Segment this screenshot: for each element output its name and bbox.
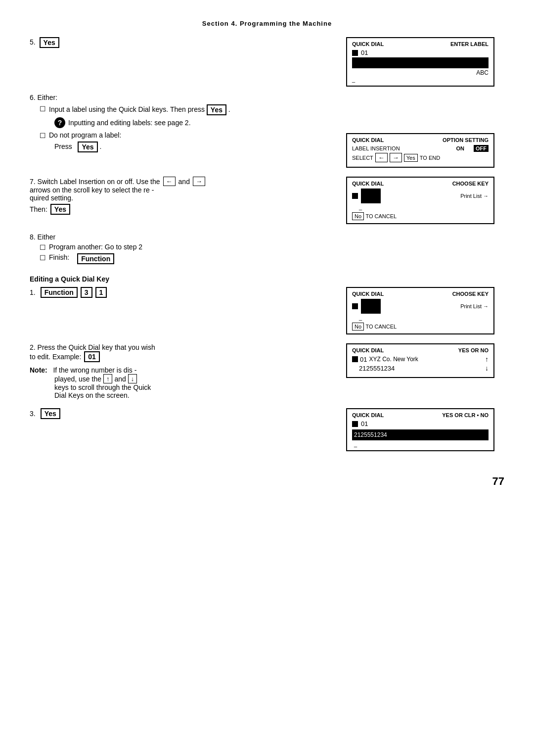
edit-step-3-row: 3. Yes Quick Dial Yes Or Clr • No [30,408,504,451]
step-6-opt1-text: Input a label using the Quick Dial keys.… [49,105,205,113]
step-7-left-arrow: ← [163,177,176,186]
screen3-print-list: Print List → [460,193,489,199]
step-6-press-text: Press [54,142,72,150]
checkbox-icon-3: ☐ [40,243,46,251]
screen5-row2: 2125551234 ↓ [352,364,489,372]
step-7-right-arrow: → [193,177,205,186]
step-5-screen: Quick Dial Enter Label 01 ABC _ [346,37,504,87]
screen1-col1: Quick Dial [352,41,384,47]
screen5-col2: Yes Or No [458,347,489,353]
step-6-screen: Quick Dial Option Setting Label Insertio… [346,133,504,168]
note-text1: If the wrong number is dis - [53,366,136,374]
screen5-down-arrow: ↓ [485,364,489,372]
note-row2: played, use the ↑ and ↓ [54,374,336,383]
screen5-row1-name: XYZ Co. New York [369,356,418,363]
step-7-left: 7. Switch Label Insertion on or off. Use… [30,177,336,215]
edit-step-2-line1: 2. Press the Quick Dial key that you wis… [30,343,336,351]
step-6-opt1-period: . [228,105,230,113]
screen6-col1: Quick Dial [352,412,384,418]
screen4-print-list: Print List → [460,303,489,309]
edit-step-3-label: 3. [30,410,36,418]
step-6-info-text: Inputting and editing labels: see page 2… [68,119,191,127]
screen2-off: Off [474,145,489,152]
step-6-press-key-yes: Yes [78,142,97,152]
step-6-label: 6. Either: [30,94,336,101]
screen3-row1: Print List → [352,189,489,203]
edit-step-2-note: Note: If the wrong number is dis - playe… [30,366,336,399]
step-7-text3: quired setting. [30,194,336,202]
info-circle-icon: ? [54,117,65,128]
step-6-option1-text: Input a label using the Quick Dial keys.… [49,104,230,115]
screen4-row2: No To Cancel [352,323,489,331]
note-label: Note: [30,366,47,374]
edit-step-1-label: 1. [30,288,36,296]
step-6-option1: ☐ Input a label using the Quick Dial key… [40,104,336,152]
edit-step-2-text2: to edit. Example: [30,353,81,361]
screen3-col2: Choose Key [452,181,489,187]
screen5-up-arrow: ↑ [485,355,489,363]
edit-step-2-key-01: 01 [84,351,100,362]
checkbox-icon-1: ☐ [40,105,46,113]
step-5-row: 5. Yes Quick Dial Enter Label 01 ABC _ [30,37,504,87]
note-text2: played, use the [54,375,101,383]
edit-step-1-content: 1. Function 3 1 [30,287,336,298]
step-7-screen: Quick Dial Choose Key Print List → _ No … [346,177,504,224]
screen4-no: No [352,323,364,331]
screen3-black-block [361,189,381,203]
page-header: Section 4. Programming the Machine [30,20,504,27]
step-5-key-yes: Yes [40,37,59,48]
screen2-footer: Select ← → Yes To End [352,153,489,162]
edit-function-key: Function [41,287,78,298]
edit-step-3-left: 3. Yes [30,408,336,419]
screen1-row1: 01 [361,49,368,56]
step-5-left: 5. Yes [30,37,336,48]
screen5-row1: 01 XYZ Co. New York ↑ [352,355,489,363]
screen2-yes: Yes [404,154,418,162]
screen4-col2: Choose Key [452,291,489,297]
screen6-clr: Clr [464,412,476,418]
edit-step-2-row: 2. Press the Quick Dial key that you wis… [30,343,504,399]
main-content: 5. Yes Quick Dial Enter Label 01 ABC _ [30,37,504,460]
step-7-then-label: Then: [30,205,47,213]
step-8-function-key: Function [77,253,114,264]
step-7-text: 7. Switch Label Insertion on or off. Use… [30,178,160,186]
screen6-row2-num: 2125551234 [354,431,387,438]
edit-step-1-screen: Quick Dial Choose Key Print List → _ No … [346,287,504,334]
editing-title: Editing a Quick Dial Key [30,275,504,283]
edit-step-2-screen: Quick Dial Yes Or No 01 XYZ Co. New York… [346,343,504,378]
screen1-col2: Enter Label [450,41,489,47]
step-7-yes-key: Yes [50,204,70,215]
screen1-black-bar [352,57,489,68]
screen1-abc: ABC [352,69,489,76]
step-8-opt1-text: Program another: Go to step 2 [49,243,142,251]
edit-step-3-content: 3. Yes [30,408,336,419]
screen2-to-end: To End [420,155,440,161]
screen5-header: Quick Dial Yes Or No [352,347,489,353]
edit-step-2-left: 2. Press the Quick Dial key that you wis… [30,343,336,399]
screen5-row2-num: 2125551234 [359,365,395,372]
screen6-black-bar: 2125551234 [352,429,489,440]
note-text4: Dial Keys on the screen. [54,391,336,399]
step-6-info: ? Inputting and editing labels: see page… [54,117,336,128]
screen4-indicator [352,303,358,309]
step-6-option2: Do not program a label: [49,131,121,139]
screen2-on: On [454,145,466,152]
step-7-line1: 7. Switch Label Insertion on or off. Use… [30,177,336,186]
screen5-col1: Quick Dial [352,347,384,353]
step-8-left: 8. Either ☐ Program another: Go to step … [30,233,336,266]
note-text3: keys to scroll through the Quick [54,383,336,391]
screen1-indicator [352,50,358,56]
screen3-indicator [352,193,358,199]
screen4-black-block [361,299,381,314]
step-6-press-period: . [100,142,102,150]
step-7-text2: arrows on the scroll key to select the r… [30,186,336,194]
step-5-label: 5. [30,38,36,46]
step-6-row: 6. Either: ☐ Input a label using the Qui… [30,94,504,168]
screen4-col1: Quick Dial [352,291,384,297]
step-8-row: 8. Either ☐ Program another: Go to step … [30,233,504,266]
step-8-label: 8. Either [30,233,336,241]
edit-step-1-row: 1. Function 3 1 Quick Dial Choose Key Pr… [30,287,504,334]
note-down-arrow: ↓ [128,374,137,383]
screen6-or1: Or [454,412,464,418]
edit-step-1-left: 1. Function 3 1 [30,287,336,298]
